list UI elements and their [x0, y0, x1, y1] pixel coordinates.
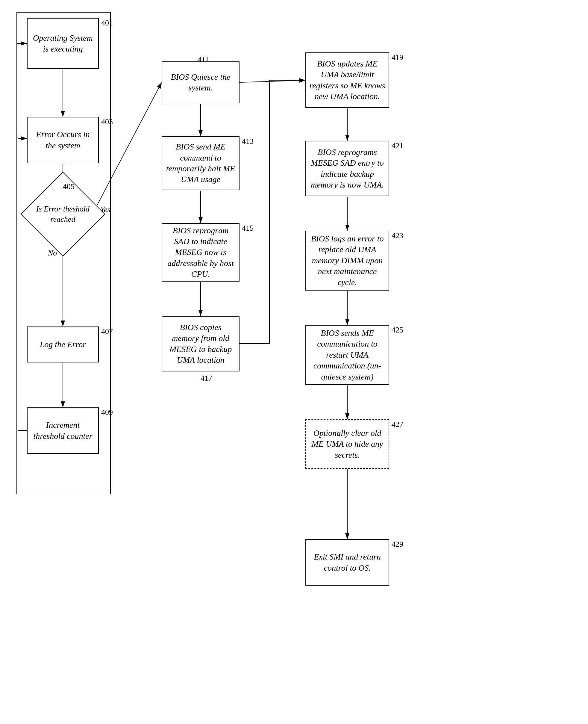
node-401-label: Operating System is executing	[30, 33, 95, 55]
node-405: Is Error theshold reached	[31, 183, 94, 246]
node-429: Exit SMI and return control to OS.	[306, 539, 389, 586]
node-409-label: Increment threshold counter	[30, 420, 95, 441]
node-401: Operating System is executing	[27, 18, 99, 69]
label-423: 423	[392, 231, 403, 240]
node-417: BIOS copies memory from old MESEG to bac…	[162, 316, 239, 371]
diagram-container: Operating System is executing 401 Error …	[0, 0, 588, 724]
node-417-label: BIOS copies memory from old MESEG to bac…	[165, 322, 236, 366]
node-421: BIOS reprograms MESEG SAD entry to indic…	[306, 141, 389, 196]
no-label: No	[48, 249, 57, 257]
node-409: Increment threshold counter	[27, 407, 99, 454]
node-403: Error Occurs in the system	[27, 117, 99, 163]
label-407: 407	[101, 327, 113, 336]
label-429: 429	[392, 540, 403, 549]
node-419-label: BIOS updates ME UMA base/limit registers…	[309, 58, 385, 102]
node-403-label: Error Occurs in the system	[30, 129, 95, 151]
node-415-label: BIOS reprogram SAD to indicate MESEG now…	[165, 225, 236, 280]
node-411-label: BIOS Quiesce the system.	[165, 71, 236, 94]
label-415: 415	[242, 224, 254, 233]
label-411: 411	[197, 56, 209, 64]
label-401: 401	[101, 19, 113, 27]
node-427-label: Optionally clear old ME UMA to hide any …	[309, 428, 385, 460]
label-403: 403	[101, 118, 113, 126]
node-423-label: BIOS logs an error to replace old UMA me…	[309, 233, 385, 288]
node-425: BIOS sends ME communication to restart U…	[306, 325, 389, 385]
label-409: 409	[101, 408, 113, 417]
node-407: Log the Error	[27, 327, 99, 363]
yes-label: Yes	[100, 205, 110, 214]
node-413-label: BIOS send ME command to temporarily halt…	[165, 141, 236, 185]
node-407-label: Log the Error	[40, 339, 86, 350]
label-421: 421	[392, 141, 403, 150]
node-413: BIOS send ME command to temporarily halt…	[162, 136, 239, 190]
node-411: BIOS Quiesce the system.	[162, 61, 239, 103]
label-419: 419	[392, 53, 403, 62]
node-425-label: BIOS sends ME communication to restart U…	[309, 328, 385, 382]
label-425: 425	[392, 326, 403, 335]
label-405: 405	[63, 182, 75, 191]
label-427: 427	[392, 420, 403, 429]
svg-line-10	[239, 80, 306, 82]
node-419: BIOS updates ME UMA base/limit registers…	[306, 53, 389, 108]
node-423: BIOS logs an error to replace old UMA me…	[306, 231, 389, 291]
node-429-label: Exit SMI and return control to OS.	[309, 552, 385, 573]
label-413: 413	[242, 137, 254, 146]
node-415: BIOS reprogram SAD to indicate MESEG now…	[162, 223, 239, 282]
node-405-label: Is Error theshold reached	[31, 204, 94, 224]
label-417: 417	[201, 374, 212, 383]
node-421-label: BIOS reprograms MESEG SAD entry to indic…	[309, 147, 385, 190]
node-427: Optionally clear old ME UMA to hide any …	[306, 419, 389, 469]
